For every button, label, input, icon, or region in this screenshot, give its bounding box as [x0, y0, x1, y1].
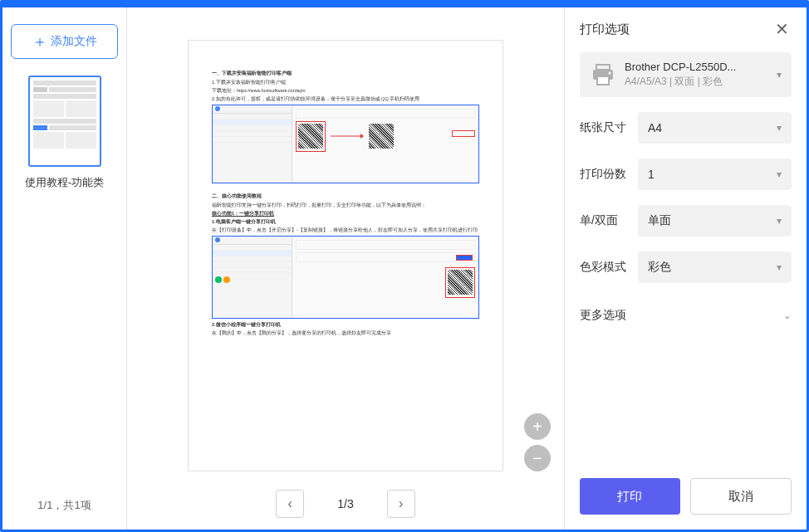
chevron-down-icon: ▾	[777, 69, 782, 81]
paper-size-select[interactable]: A4 ▾	[638, 112, 792, 144]
svg-marker-1	[360, 134, 364, 139]
preview-text: 2.如您有此许可，授权，或是请打印协助软环境设备，便于分享至全真微信或 QQ 手…	[212, 96, 479, 102]
plus-icon: ＋	[32, 32, 47, 51]
paper-size-value: A4	[648, 121, 662, 134]
thumbnail-container: 使用教程-功能类	[11, 76, 118, 190]
next-page-button[interactable]: ›	[387, 490, 415, 518]
page-indicator: 1/3	[337, 497, 353, 510]
sidebar-footer: 1/1，共1项	[11, 490, 118, 513]
duplex-select[interactable]: 单面 ▾	[638, 205, 792, 237]
printer-desc: A4/A5/A3 | 双面 | 彩色	[625, 75, 768, 89]
print-options-panel: 打印选项 ✕ Brother DCP-L2550D... A4/A5/A3 | …	[564, 7, 807, 530]
paper-size-row: 纸张尺寸 A4 ▾	[565, 112, 807, 144]
color-value: 彩色	[648, 260, 671, 275]
duplex-row: 单/双面 单面 ▾	[565, 205, 807, 237]
cancel-button[interactable]: 取消	[690, 478, 792, 515]
chevron-right-icon: ›	[399, 496, 403, 511]
duplex-label: 单/双面	[580, 213, 638, 228]
preview-text: 2.微信小程序端一键分享打印机	[212, 322, 479, 328]
svg-point-5	[609, 72, 611, 75]
chevron-left-icon: ‹	[288, 496, 292, 511]
chevron-down-icon: ▾	[777, 168, 782, 180]
zoom-out-button[interactable]: −	[524, 445, 551, 471]
print-button[interactable]: 打印	[580, 478, 680, 515]
color-label: 色彩模式	[580, 260, 638, 275]
printer-selector[interactable]: Brother DCP-L2550D... A4/A5/A3 | 双面 | 彩色…	[580, 52, 792, 97]
preview-screenshot	[212, 105, 479, 183]
plus-icon: +	[532, 417, 542, 437]
svg-rect-2	[596, 65, 610, 70]
panel-footer: 打印 取消	[565, 463, 807, 530]
chevron-down-icon: ▾	[777, 215, 782, 227]
preview-text: 下载地址：https://www.foxitsoftware.cn/dayin	[212, 88, 479, 94]
zoom-in-button[interactable]: +	[524, 413, 551, 440]
more-options-toggle[interactable]: 更多选项 ⌄	[565, 298, 807, 333]
chevron-down-icon: ⌄	[783, 310, 792, 321]
close-button[interactable]: ✕	[772, 19, 792, 39]
zoom-controls: + −	[524, 413, 551, 471]
chevron-down-icon: ▾	[777, 122, 782, 134]
thumbnail-label: 使用教程-功能类	[25, 175, 104, 190]
add-file-label: 添加文件	[51, 34, 97, 49]
copies-value: 1	[648, 168, 655, 181]
color-select[interactable]: 彩色 ▾	[638, 251, 792, 283]
printer-info: Brother DCP-L2550D... A4/A5/A3 | 双面 | 彩色	[625, 61, 768, 89]
printer-name: Brother DCP-L2550D...	[625, 61, 768, 73]
svg-rect-4	[597, 76, 609, 85]
minus-icon: −	[532, 449, 542, 468]
preview-area: 一、下载并安装福昕智能打印客户端 1.下载并安装福昕智能打印客户端 下载地址：h…	[127, 7, 564, 530]
preview-heading: 一、下载并安装福昕智能打印客户端	[212, 70, 479, 77]
preview-text: 核心功能1：一键分享打印机	[212, 211, 479, 217]
preview-text: 在【打印设备】中，点击【开启分享】-【复制链接】，将链接分享给他人，好友即可加入…	[212, 227, 479, 233]
close-icon: ✕	[775, 20, 789, 38]
prev-page-button[interactable]: ‹	[276, 490, 304, 518]
panel-title: 打印选项	[580, 22, 630, 37]
page-preview: 一、下载并安装福昕智能打印客户端 1.下载并安装福昕智能打印客户端 下载地址：h…	[188, 40, 503, 471]
file-thumbnail[interactable]	[28, 76, 101, 167]
preview-text: 福昕智能打印支持一键分享打印，扫码打印，批量打印，安全打印等功能，以下为具体使用…	[212, 203, 479, 208]
page-navigation: ‹ 1/3 ›	[127, 478, 564, 530]
add-file-button[interactable]: ＋ 添加文件	[11, 24, 118, 59]
color-row: 色彩模式 彩色 ▾	[565, 251, 807, 283]
preview-screenshot	[212, 236, 479, 319]
preview-text: 在【我的】中，点击【我的分享】，选择要分享的打印机，选择好友即可完成分享	[212, 330, 479, 336]
main-content: ＋ 添加文件 使用教程-功能类 1/1，共1项 一、下载并安装福昕智能打印客户端…	[2, 7, 807, 530]
preview-heading: 二、核心功能使用教程	[212, 193, 479, 200]
preview-text: 1.电脑客户端一键分享打印机	[212, 219, 479, 225]
printer-icon	[590, 63, 616, 86]
panel-header: 打印选项 ✕	[565, 7, 807, 46]
more-options-label: 更多选项	[580, 308, 626, 323]
copies-row: 打印份数 1 ▾	[565, 159, 807, 190]
chevron-down-icon: ▾	[777, 261, 782, 273]
sidebar: ＋ 添加文件 使用教程-功能类 1/1，共1项	[2, 7, 127, 530]
paper-size-label: 纸张尺寸	[580, 120, 638, 135]
preview-canvas: 一、下载并安装福昕智能打印客户端 1.下载并安装福昕智能打印客户端 下载地址：h…	[127, 7, 564, 478]
arrow-icon	[331, 133, 364, 139]
copies-select[interactable]: 1 ▾	[638, 159, 792, 190]
preview-text: 1.下载并安装福昕智能打印客户端	[212, 80, 479, 85]
duplex-value: 单面	[648, 213, 671, 228]
copies-label: 打印份数	[580, 167, 638, 182]
